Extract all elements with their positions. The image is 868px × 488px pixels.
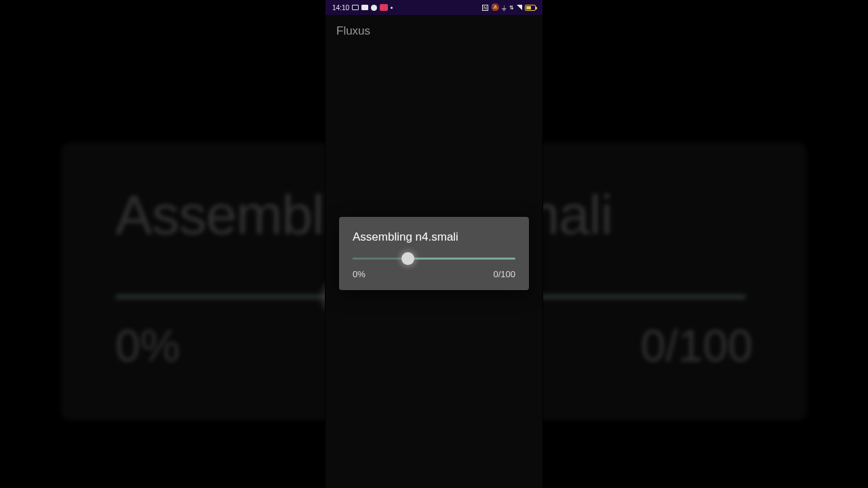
progress-thumb-icon[interactable] (401, 252, 414, 265)
progress-percent-label: 0% (353, 269, 366, 279)
progress-labels-row: 0% 0/100 (353, 269, 515, 279)
status-right: N 🔕 ⏚ ⇅ (482, 4, 536, 12)
wifi-icon: ⏚ (502, 4, 507, 12)
reddit-icon (371, 5, 377, 11)
mute-icon: 🔕 (491, 4, 499, 11)
progress-count-label: 0/100 (493, 269, 515, 279)
youtube-icon (361, 5, 368, 10)
status-left: 14:10 (332, 4, 393, 12)
more-notifications-icon (391, 7, 393, 9)
instagram-icon (380, 4, 388, 11)
phone-frame: 14:10 N 🔕 ⏚ ⇅ Fluxus Assembling n4.smali… (326, 0, 542, 488)
app-title: Fluxus (326, 15, 542, 47)
signal-icon (517, 5, 522, 10)
progress-dialog-title: Assembling n4.smali (353, 230, 515, 244)
battery-icon (525, 5, 536, 11)
background-percent-label: 0% (115, 320, 180, 371)
mobile-data-icon: ⇅ (509, 5, 514, 11)
android-status-bar: 14:10 N 🔕 ⏚ ⇅ (326, 0, 542, 15)
progress-track[interactable] (353, 258, 515, 260)
progress-dialog: Assembling n4.smali 0% 0/100 (339, 217, 529, 290)
status-time: 14:10 (332, 4, 349, 12)
nfc-icon: N (482, 5, 488, 11)
background-count-label: 0/100 (641, 320, 753, 371)
progress-fill (353, 258, 408, 260)
cast-icon (352, 5, 359, 10)
